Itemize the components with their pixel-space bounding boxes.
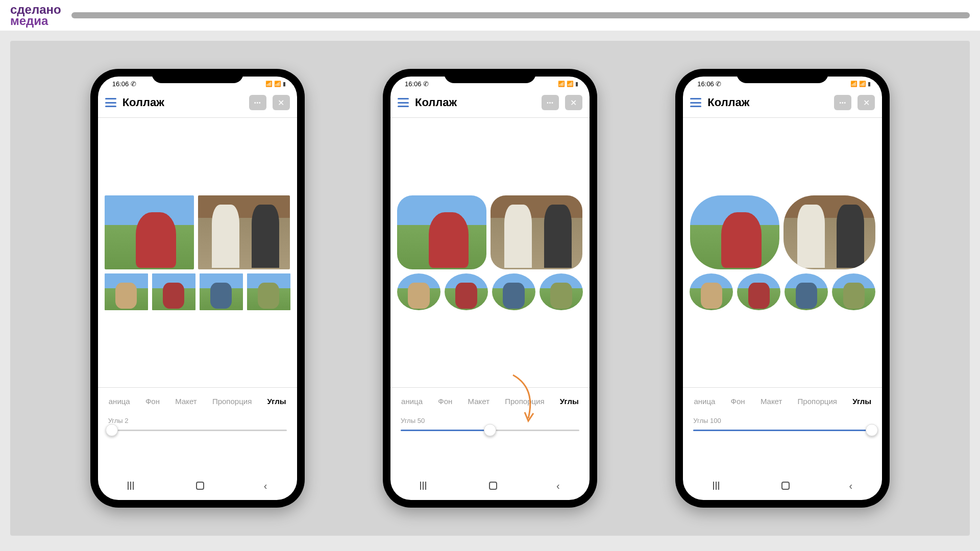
collage-canvas[interactable] xyxy=(390,117,590,388)
slider-thumb[interactable] xyxy=(484,424,496,436)
nav-home-icon[interactable] xyxy=(781,482,790,490)
tab-Углы[interactable]: Углы xyxy=(852,397,871,406)
close-button[interactable] xyxy=(565,95,582,110)
tab-Пропорция[interactable]: Пропорция xyxy=(798,397,837,406)
app-title: Коллаж xyxy=(122,96,243,109)
phone-notch xyxy=(152,69,243,83)
collage-row-bottom xyxy=(101,273,294,310)
collage-image[interactable] xyxy=(397,195,486,269)
more-options-button[interactable] xyxy=(834,95,851,110)
tool-tabs: аницаФонМакетПропорцияУглы xyxy=(683,388,882,411)
collage-row-top xyxy=(101,195,294,269)
app-title: Коллаж xyxy=(415,96,535,109)
slider-label: Углы 2 xyxy=(108,417,287,424)
tab-Фон[interactable]: Фон xyxy=(438,397,452,406)
hamburger-menu-icon[interactable] xyxy=(690,98,701,107)
tab-Пропорция[interactable]: Пропорция xyxy=(212,397,252,406)
phones-showcase: 16:06 ✆ 📶 📶 ▮ Коллаж xyxy=(10,41,970,536)
collage-image[interactable] xyxy=(690,195,779,269)
tab-Макет[interactable]: Макет xyxy=(468,397,489,406)
hamburger-menu-icon[interactable] xyxy=(398,98,409,107)
app-header: Коллаж xyxy=(98,91,297,114)
app-title: Коллаж xyxy=(707,96,828,109)
corner-slider-area: Углы 2 xyxy=(98,411,297,437)
more-options-button[interactable] xyxy=(542,95,559,110)
collage-image[interactable] xyxy=(198,195,290,269)
collage-image[interactable] xyxy=(105,195,194,269)
nav-recent-icon[interactable] xyxy=(128,482,137,490)
nav-back-icon[interactable]: ‹ xyxy=(264,480,267,492)
logo-line-2: медиа xyxy=(10,15,61,27)
hamburger-menu-icon[interactable] xyxy=(105,98,116,107)
collage-canvas[interactable] xyxy=(98,117,297,388)
collage-image[interactable] xyxy=(690,273,733,310)
collage-image[interactable] xyxy=(247,273,290,310)
collage-canvas[interactable] xyxy=(683,117,882,388)
app-header: Коллаж xyxy=(390,91,590,114)
status-icons: 📶 📶 ▮ xyxy=(265,81,286,87)
slider-label: Углы 50 xyxy=(401,417,579,424)
nav-back-icon[interactable]: ‹ xyxy=(849,480,852,492)
status-icons: 📶 📶 ▮ xyxy=(850,81,871,87)
slider-thumb[interactable] xyxy=(106,424,118,436)
corner-radius-slider[interactable] xyxy=(693,430,872,431)
status-time: 16:06 ✆ xyxy=(697,80,721,88)
tool-tabs: аницаФонМакетПропорцияУглы xyxy=(390,388,590,411)
app-header: Коллаж xyxy=(683,91,882,114)
collage-image[interactable] xyxy=(783,195,875,269)
collage-image[interactable] xyxy=(785,273,828,310)
status-time: 16:06 ✆ xyxy=(405,80,429,88)
more-options-button[interactable] xyxy=(249,95,266,110)
page-header: сделано медиа xyxy=(0,0,980,31)
tab-аница[interactable]: аница xyxy=(401,397,423,406)
tab-Макет[interactable]: Макет xyxy=(761,397,782,406)
close-button[interactable] xyxy=(857,95,875,110)
corner-slider-area: Углы 100 xyxy=(683,411,882,437)
collage-image[interactable] xyxy=(492,273,535,310)
close-button[interactable] xyxy=(273,95,290,110)
collage-image[interactable] xyxy=(832,273,875,310)
collage-row-bottom xyxy=(394,273,586,310)
tab-аница[interactable]: аница xyxy=(109,397,130,406)
nav-home-icon[interactable] xyxy=(489,482,497,490)
collage-row-top xyxy=(394,195,586,269)
tab-Углы[interactable]: Углы xyxy=(560,397,579,406)
progress-bar[interactable] xyxy=(71,12,970,18)
slider-label: Углы 100 xyxy=(693,417,872,424)
android-nav-bar: ‹ xyxy=(390,477,590,495)
brand-logo: сделано медиа xyxy=(10,4,61,26)
collage-image[interactable] xyxy=(397,273,440,310)
tab-аница[interactable]: аница xyxy=(694,397,715,406)
corner-radius-slider[interactable] xyxy=(401,430,579,431)
nav-back-icon[interactable]: ‹ xyxy=(556,480,560,492)
collage-image[interactable] xyxy=(540,273,583,310)
phone-screen: 16:06 ✆ 📶 📶 ▮ Коллаж xyxy=(98,77,297,500)
tool-tabs: аницаФонМакетПропорцияУглы xyxy=(98,388,297,411)
phone-screen: 16:06 ✆ 📶 📶 ▮ Коллаж xyxy=(390,77,590,500)
collage-image[interactable] xyxy=(200,273,243,310)
nav-recent-icon[interactable] xyxy=(420,482,429,490)
android-nav-bar: ‹ xyxy=(683,477,882,495)
tab-Фон[interactable]: Фон xyxy=(145,397,160,406)
collage-image[interactable] xyxy=(445,273,488,310)
collage-image[interactable] xyxy=(737,273,780,310)
tab-Макет[interactable]: Макет xyxy=(175,397,197,406)
tab-Пропорция[interactable]: Пропорция xyxy=(505,397,544,406)
phone-mockup: 16:06 ✆ 📶 📶 ▮ Коллаж xyxy=(90,69,305,508)
status-icons: 📶 📶 ▮ xyxy=(558,81,578,87)
collage-image[interactable] xyxy=(491,195,582,269)
android-nav-bar: ‹ xyxy=(98,477,297,495)
tab-Фон[interactable]: Фон xyxy=(731,397,745,406)
corner-radius-slider[interactable] xyxy=(108,430,287,431)
tab-Углы[interactable]: Углы xyxy=(267,397,286,406)
status-time: 16:06 ✆ xyxy=(112,80,136,88)
phone-screen: 16:06 ✆ 📶 📶 ▮ Коллаж xyxy=(683,77,882,500)
phone-notch xyxy=(737,69,828,83)
nav-recent-icon[interactable] xyxy=(713,482,722,490)
collage-image[interactable] xyxy=(152,273,195,310)
collage-row-top xyxy=(686,195,879,269)
corner-slider-area: Углы 50 xyxy=(390,411,590,437)
nav-home-icon[interactable] xyxy=(196,482,204,490)
collage-image[interactable] xyxy=(105,273,148,310)
slider-thumb[interactable] xyxy=(866,424,878,436)
